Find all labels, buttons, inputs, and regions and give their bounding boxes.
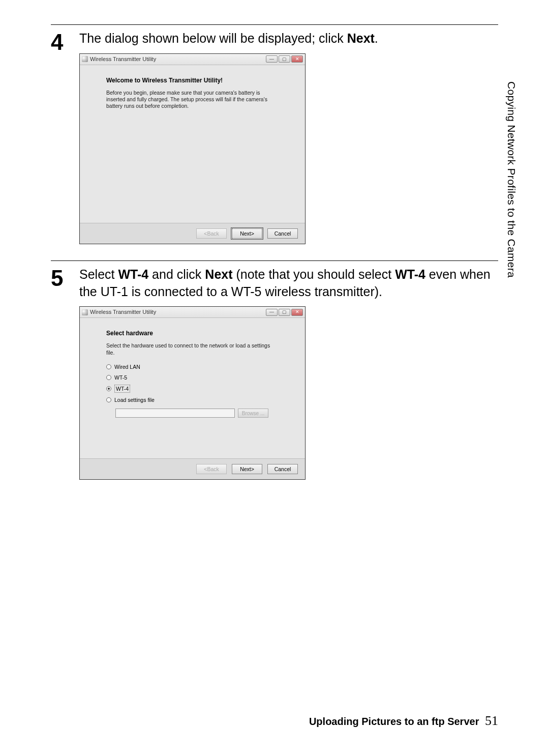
- s5-b1: WT-4: [118, 267, 148, 281]
- radio-label-wt5: WT-5: [114, 374, 127, 381]
- titlebar-left-2: Wireless Transmitter Utility: [82, 308, 156, 316]
- wizard-body-2: Select hardware Select the hardware used…: [80, 318, 305, 458]
- radio-icon: [106, 364, 111, 369]
- wizard-heading: Welcome to Wireless Transmitter Utility!: [106, 76, 291, 84]
- step-number-4: 4: [51, 31, 79, 53]
- window-title-2: Wireless Transmitter Utility: [90, 308, 156, 316]
- radio-icon-selected: [106, 386, 111, 391]
- step4-text-post: .: [375, 31, 378, 45]
- app-icon-2: [82, 309, 88, 315]
- radio-load-settings[interactable]: Load settings file: [106, 396, 291, 403]
- maximize-button-2[interactable]: ▢: [279, 309, 290, 316]
- radio-label-load: Load settings file: [114, 396, 155, 403]
- cancel-button-2[interactable]: Cancel: [267, 464, 298, 474]
- minimize-button-2[interactable]: —: [266, 309, 278, 316]
- page-number: 51: [485, 713, 498, 728]
- close-button[interactable]: ✕: [291, 55, 303, 63]
- next-button[interactable]: Next>: [232, 228, 262, 239]
- radio-wt5[interactable]: WT-5: [106, 374, 291, 381]
- browse-button: Browse ...: [238, 409, 268, 418]
- page-footer: Uploading Pictures to an ftp Server 51: [309, 713, 498, 729]
- radio-icon: [106, 375, 111, 380]
- wizard-body: Welcome to Wireless Transmitter Utility!…: [80, 65, 305, 223]
- s5-post1: (note that you should select: [233, 267, 395, 281]
- s5-mid: and click: [148, 267, 205, 281]
- s5-b3: WT-4: [395, 267, 425, 281]
- radio-label-wt4: WT-4: [114, 385, 130, 393]
- next-button-2[interactable]: Next>: [232, 464, 262, 474]
- footer-text: Uploading Pictures to an ftp Server: [309, 716, 479, 727]
- radio-icon: [106, 397, 111, 402]
- titlebar-left: Wireless Transmitter Utility: [82, 55, 156, 63]
- step4-text-pre: The dialog shown below will be displayed…: [79, 31, 347, 45]
- wizard-footer-2: <Back Next> Cancel: [80, 458, 305, 479]
- titlebar-2: Wireless Transmitter Utility — ▢ ✕: [80, 307, 305, 318]
- step-4-text: The dialog shown below will be displayed…: [79, 30, 498, 47]
- side-section-label: Copying Network Profiles to the Camera: [505, 81, 517, 278]
- settings-file-input: [115, 409, 235, 418]
- step4-text-bold: Next: [347, 31, 375, 45]
- wizard-dialog-hardware: Wireless Transmitter Utility — ▢ ✕ Selec…: [79, 306, 306, 480]
- hardware-radio-group: Wired LAN WT-5 WT-4 Load settings f: [106, 363, 291, 418]
- window-title: Wireless Transmitter Utility: [90, 55, 156, 63]
- step-4-body: The dialog shown below will be displayed…: [79, 30, 498, 248]
- wizard-dialog-welcome: Wireless Transmitter Utility — ▢ ✕ Welco…: [79, 53, 306, 244]
- wizard-footer: <Back Next> Cancel: [80, 223, 305, 244]
- back-button: <Back: [196, 228, 227, 239]
- radio-label-wired: Wired LAN: [114, 363, 140, 370]
- s5-pre: Select: [79, 267, 118, 281]
- wizard-description-2: Select the hardware used to connect to t…: [106, 342, 274, 356]
- window-buttons-2: — ▢ ✕: [266, 309, 303, 316]
- s5-b2: Next: [205, 267, 232, 281]
- settings-file-row: Browse ...: [115, 409, 291, 418]
- radio-wired-lan[interactable]: Wired LAN: [106, 363, 291, 370]
- wizard-description: Before you begin, please make sure that …: [106, 90, 274, 109]
- wizard-heading-2: Select hardware: [106, 329, 291, 337]
- minimize-button[interactable]: —: [266, 55, 278, 63]
- cancel-button[interactable]: Cancel: [267, 228, 298, 239]
- back-button-2: <Back: [196, 464, 227, 474]
- close-button-2[interactable]: ✕: [291, 309, 303, 316]
- step-number-5: 5: [51, 267, 79, 289]
- step-5-body: Select WT-4 and click Next (note that yo…: [79, 266, 498, 484]
- step-4: 4 The dialog shown below will be display…: [51, 24, 498, 248]
- app-icon: [82, 56, 88, 62]
- step-5: 5 Select WT-4 and click Next (note that …: [51, 260, 498, 484]
- titlebar: Wireless Transmitter Utility — ▢ ✕: [80, 54, 305, 65]
- step-5-text: Select WT-4 and click Next (note that yo…: [79, 266, 498, 301]
- window-buttons: — ▢ ✕: [266, 55, 303, 63]
- radio-wt4[interactable]: WT-4: [106, 385, 291, 393]
- maximize-button[interactable]: ▢: [279, 55, 290, 63]
